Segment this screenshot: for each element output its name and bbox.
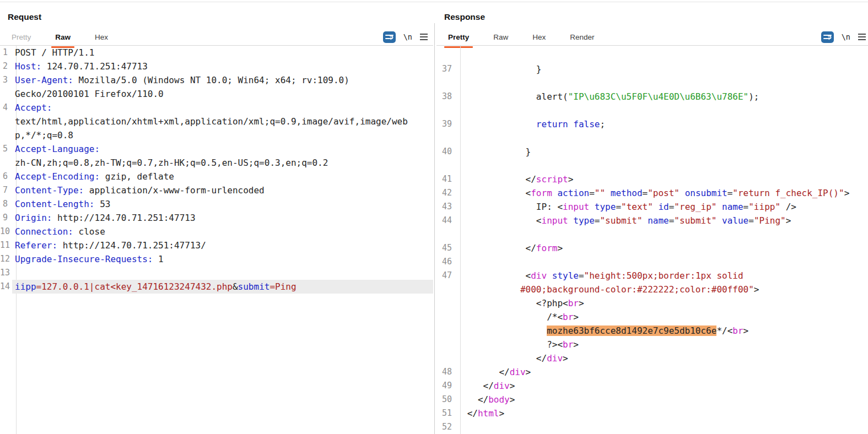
- line-number: 5: [0, 142, 12, 156]
- line-number: 11: [0, 238, 12, 252]
- code-line-text: alert("IP\u683C\u5F0F\u4E0D\u6B63\u786E"…: [456, 90, 868, 104]
- code-line: text/html,application/xhtml+xml,applicat…: [0, 115, 433, 128]
- line-number: 10: [0, 225, 12, 238]
- line-number: [0, 156, 12, 170]
- hamburger-menu-icon[interactable]: [858, 34, 866, 40]
- line-number: [436, 131, 456, 145]
- code-line: 44 <input type="submit" name="submit" va…: [436, 214, 868, 227]
- line-number: 44: [436, 214, 456, 227]
- code-line-text: <div style="height:500px;border:1px soli…: [456, 269, 868, 283]
- code-line-text: zh-CN,zh;q=0.8,zh-TW;q=0.7,zh-HK;q=0.5,e…: [12, 156, 433, 170]
- code-line-text: [456, 48, 868, 62]
- word-wrap-icon[interactable]: [383, 31, 396, 43]
- code-line: Gecko/20100101 Firefox/110.0: [0, 87, 433, 101]
- code-line-text: Accept-Language:: [12, 142, 433, 156]
- response-tabs: Pretty Raw Hex Render: [444, 31, 615, 45]
- line-number: [436, 159, 456, 172]
- code-line-text: Content-Length: 53: [12, 197, 433, 211]
- line-number: 13: [0, 266, 12, 280]
- line-number: 47: [436, 269, 456, 283]
- line-number: 3: [0, 73, 12, 87]
- code-line-text: [456, 227, 868, 241]
- code-line: ?><br>: [436, 338, 868, 351]
- line-number: [436, 104, 456, 117]
- show-newlines-button[interactable]: \n: [842, 32, 850, 41]
- code-line: 12Upgrade-Insecure-Requests: 1: [0, 252, 433, 266]
- line-number: 1: [0, 46, 12, 59]
- line-number: [436, 283, 456, 296]
- line-number: 49: [436, 379, 456, 393]
- code-line-text: Accept-Encoding: gzip, deflate: [12, 170, 433, 183]
- line-number: 38: [436, 90, 456, 104]
- response-tab-render[interactable]: Render: [566, 31, 598, 45]
- code-line: /*<br>: [436, 310, 868, 324]
- code-line-text: </form>: [456, 241, 868, 255]
- response-code-area[interactable]: 36 return true;37 }38 alert("IP\u683C\u5…: [436, 46, 868, 434]
- code-line-text: </div>: [456, 351, 868, 365]
- code-line-text: [456, 255, 868, 269]
- code-line: 1POST / HTTP/1.1: [0, 46, 433, 59]
- line-number: 6: [0, 170, 12, 183]
- line-number: 43: [436, 200, 456, 214]
- code-line-text: [12, 266, 433, 280]
- line-number: [436, 351, 456, 365]
- code-line-text: [456, 131, 868, 145]
- response-panel: Response Pretty Raw Hex Render \n 36: [436, 2, 868, 434]
- line-number: [436, 76, 456, 90]
- line-number: [436, 227, 456, 241]
- code-line-text: </body>: [456, 393, 868, 406]
- code-line: p,*/*;q=0.8: [0, 128, 433, 142]
- code-line: 45 </form>: [436, 241, 868, 255]
- response-tab-pretty[interactable]: Pretty: [444, 31, 473, 45]
- code-line: 13: [0, 266, 433, 280]
- line-number: 12: [0, 252, 12, 266]
- code-line: 42 <form action="" method="post" onsubmi…: [436, 186, 868, 200]
- code-line-text: [456, 104, 868, 117]
- code-line: [436, 76, 868, 90]
- line-number: 4: [0, 101, 12, 115]
- panel-divider[interactable]: [434, 23, 435, 434]
- code-line-text: </script>: [456, 172, 868, 186]
- line-number: 48: [436, 365, 456, 379]
- code-line-text: p,*/*;q=0.8: [12, 128, 433, 142]
- code-line-text: }: [456, 62, 868, 76]
- code-line: 2Host: 124.70.71.251:47713: [0, 59, 433, 73]
- line-number: 46: [436, 255, 456, 269]
- request-tab-hex[interactable]: Hex: [91, 31, 112, 45]
- code-line-text: }: [456, 145, 868, 159]
- response-editor-toolbar: \n: [821, 30, 866, 44]
- line-number: 14: [0, 280, 12, 294]
- code-line: 40 }: [436, 145, 868, 159]
- response-tab-hex[interactable]: Hex: [529, 31, 549, 45]
- word-wrap-icon[interactable]: [821, 31, 834, 43]
- code-line: 3User-Agent: Mozilla/5.0 (Windows NT 10.…: [0, 73, 433, 87]
- line-number: [436, 338, 456, 351]
- code-line: [436, 159, 868, 172]
- request-tab-pretty[interactable]: Pretty: [8, 31, 35, 45]
- code-line: 4Accept:: [0, 101, 433, 115]
- code-line: 47 <div style="height:500px;border:1px s…: [436, 269, 868, 283]
- code-line: 6Accept-Encoding: gzip, deflate: [0, 170, 433, 183]
- hamburger-menu-icon[interactable]: [420, 34, 428, 40]
- code-line-text: Referer: http://124.70.71.251:47713/: [12, 238, 433, 252]
- request-tab-raw[interactable]: Raw: [51, 31, 74, 45]
- show-newlines-button[interactable]: \n: [403, 32, 412, 41]
- request-code-area[interactable]: 1POST / HTTP/1.12Host: 124.70.71.251:477…: [0, 46, 433, 434]
- line-number: 9: [0, 211, 12, 225]
- code-line-text: [456, 76, 868, 90]
- code-line-text: Host: 124.70.71.251:47713: [12, 59, 433, 73]
- line-number: 7: [0, 183, 12, 197]
- code-line: [436, 227, 868, 241]
- code-line-text: </div>: [456, 365, 868, 379]
- code-line: 48 </div>: [436, 365, 868, 379]
- response-tab-raw[interactable]: Raw: [489, 31, 512, 45]
- line-number: [436, 296, 456, 310]
- response-panel-title: Response: [444, 12, 485, 22]
- code-line: </div>: [436, 351, 868, 365]
- code-line: mozhe63bf6cce8d1492e7c9e5db10c6e*/<br>: [436, 324, 868, 338]
- line-number: 45: [436, 241, 456, 255]
- code-line: 50 </body>: [436, 393, 868, 406]
- code-line: 38 alert("IP\u683C\u5F0F\u4E0D\u6B63\u78…: [436, 90, 868, 104]
- request-panel-title: Request: [8, 12, 41, 22]
- code-line: 39 return false;: [436, 117, 868, 131]
